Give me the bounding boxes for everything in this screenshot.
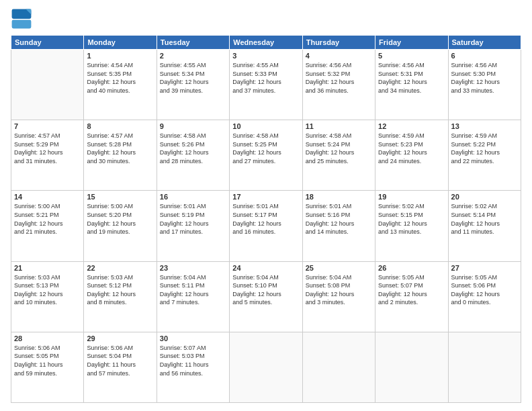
calendar-cell: 14Sunrise: 5:00 AM Sunset: 5:21 PM Dayli… bbox=[11, 191, 84, 261]
cell-content: Sunrise: 5:07 AM Sunset: 5:03 PM Dayligh… bbox=[160, 344, 226, 377]
cell-content: Sunrise: 5:01 AM Sunset: 5:17 PM Dayligh… bbox=[232, 202, 299, 236]
day-number: 24 bbox=[232, 264, 299, 272]
day-number: 27 bbox=[451, 264, 518, 272]
cell-content: Sunrise: 4:55 AM Sunset: 5:34 PM Dayligh… bbox=[160, 61, 226, 95]
logo bbox=[11, 8, 35, 30]
cell-content: Sunrise: 5:03 AM Sunset: 5:13 PM Dayligh… bbox=[14, 273, 81, 307]
day-number: 23 bbox=[160, 264, 226, 272]
day-number: 2 bbox=[160, 52, 226, 60]
day-number: 10 bbox=[232, 122, 299, 130]
day-number: 15 bbox=[87, 193, 153, 201]
day-number: 5 bbox=[378, 52, 445, 60]
cell-content: Sunrise: 4:58 AM Sunset: 5:26 PM Dayligh… bbox=[160, 132, 226, 165]
weekday-header: SundayMondayTuesdayWednesdayThursdayFrid… bbox=[11, 36, 521, 50]
calendar-cell: 28Sunrise: 5:06 AM Sunset: 5:05 PM Dayli… bbox=[11, 332, 84, 402]
calendar-cell bbox=[11, 50, 84, 120]
day-number: 17 bbox=[232, 193, 299, 201]
calendar-cell: 5Sunrise: 4:56 AM Sunset: 5:31 PM Daylig… bbox=[375, 50, 448, 120]
week-row-3: 21Sunrise: 5:03 AM Sunset: 5:13 PM Dayli… bbox=[11, 261, 521, 332]
calendar-cell: 7Sunrise: 4:57 AM Sunset: 5:29 PM Daylig… bbox=[11, 120, 84, 191]
day-number: 6 bbox=[451, 52, 518, 60]
cell-content: Sunrise: 4:55 AM Sunset: 5:33 PM Dayligh… bbox=[232, 61, 299, 95]
cell-content: Sunrise: 4:58 AM Sunset: 5:25 PM Dayligh… bbox=[232, 132, 299, 165]
cell-content: Sunrise: 4:57 AM Sunset: 5:28 PM Dayligh… bbox=[87, 132, 153, 165]
day-number: 8 bbox=[87, 122, 153, 130]
calendar-cell: 30Sunrise: 5:07 AM Sunset: 5:03 PM Dayli… bbox=[157, 332, 229, 402]
day-number: 29 bbox=[87, 334, 153, 342]
day-number: 13 bbox=[451, 122, 518, 130]
day-number: 16 bbox=[160, 193, 226, 201]
weekday-thursday: Thursday bbox=[302, 36, 375, 50]
weekday-saturday: Saturday bbox=[448, 36, 521, 50]
cell-content: Sunrise: 4:59 AM Sunset: 5:22 PM Dayligh… bbox=[451, 132, 518, 165]
day-number: 19 bbox=[378, 193, 445, 201]
day-number: 12 bbox=[378, 122, 445, 130]
calendar-cell: 19Sunrise: 5:02 AM Sunset: 5:15 PM Dayli… bbox=[375, 191, 448, 261]
calendar-cell: 10Sunrise: 4:58 AM Sunset: 5:25 PM Dayli… bbox=[230, 120, 302, 191]
week-row-0: 1Sunrise: 4:54 AM Sunset: 5:35 PM Daylig… bbox=[11, 50, 521, 120]
calendar-cell: 1Sunrise: 4:54 AM Sunset: 5:35 PM Daylig… bbox=[84, 50, 157, 120]
calendar-cell: 17Sunrise: 5:01 AM Sunset: 5:17 PM Dayli… bbox=[230, 191, 302, 261]
cell-content: Sunrise: 5:06 AM Sunset: 5:05 PM Dayligh… bbox=[14, 344, 81, 377]
day-number: 1 bbox=[87, 52, 153, 60]
calendar-cell bbox=[448, 332, 521, 402]
calendar-cell: 8Sunrise: 4:57 AM Sunset: 5:28 PM Daylig… bbox=[84, 120, 157, 191]
cell-content: Sunrise: 5:06 AM Sunset: 5:04 PM Dayligh… bbox=[87, 344, 153, 377]
calendar-cell: 12Sunrise: 4:59 AM Sunset: 5:23 PM Dayli… bbox=[375, 120, 448, 191]
calendar-cell: 21Sunrise: 5:03 AM Sunset: 5:13 PM Dayli… bbox=[11, 261, 84, 332]
calendar-cell: 23Sunrise: 5:04 AM Sunset: 5:11 PM Dayli… bbox=[157, 261, 229, 332]
calendar-cell bbox=[375, 332, 448, 402]
cell-content: Sunrise: 5:02 AM Sunset: 5:15 PM Dayligh… bbox=[378, 202, 445, 236]
calendar-cell: 18Sunrise: 5:01 AM Sunset: 5:16 PM Dayli… bbox=[302, 191, 375, 261]
cell-content: Sunrise: 5:01 AM Sunset: 5:16 PM Dayligh… bbox=[306, 202, 372, 236]
page: SundayMondayTuesdayWednesdayThursdayFrid… bbox=[0, 0, 532, 411]
weekday-sunday: Sunday bbox=[11, 36, 84, 50]
day-number: 9 bbox=[160, 122, 226, 130]
calendar-table: SundayMondayTuesdayWednesdayThursdayFrid… bbox=[11, 35, 521, 403]
weekday-monday: Monday bbox=[84, 36, 157, 50]
day-number: 4 bbox=[306, 52, 372, 60]
calendar-cell bbox=[302, 332, 375, 402]
calendar-cell: 22Sunrise: 5:03 AM Sunset: 5:12 PM Dayli… bbox=[84, 261, 157, 332]
calendar-cell: 3Sunrise: 4:55 AM Sunset: 5:33 PM Daylig… bbox=[230, 50, 302, 120]
cell-content: Sunrise: 4:56 AM Sunset: 5:32 PM Dayligh… bbox=[306, 61, 372, 95]
calendar-cell: 4Sunrise: 4:56 AM Sunset: 5:32 PM Daylig… bbox=[302, 50, 375, 120]
calendar-cell: 20Sunrise: 5:02 AM Sunset: 5:14 PM Dayli… bbox=[448, 191, 521, 261]
day-number: 11 bbox=[306, 122, 372, 130]
calendar-cell: 11Sunrise: 4:58 AM Sunset: 5:24 PM Dayli… bbox=[302, 120, 375, 191]
cell-content: Sunrise: 4:56 AM Sunset: 5:31 PM Dayligh… bbox=[378, 61, 445, 95]
cell-content: Sunrise: 5:03 AM Sunset: 5:12 PM Dayligh… bbox=[87, 273, 153, 307]
week-row-4: 28Sunrise: 5:06 AM Sunset: 5:05 PM Dayli… bbox=[11, 332, 521, 402]
logo-icon bbox=[11, 8, 32, 30]
day-number: 26 bbox=[378, 264, 445, 272]
day-number: 20 bbox=[451, 193, 518, 201]
calendar-cell: 29Sunrise: 5:06 AM Sunset: 5:04 PM Dayli… bbox=[84, 332, 157, 402]
day-number: 7 bbox=[14, 122, 81, 130]
calendar-cell: 25Sunrise: 5:04 AM Sunset: 5:08 PM Dayli… bbox=[302, 261, 375, 332]
day-number: 28 bbox=[14, 334, 81, 342]
day-number: 25 bbox=[306, 264, 372, 272]
cell-content: Sunrise: 5:04 AM Sunset: 5:10 PM Dayligh… bbox=[232, 273, 299, 307]
day-number: 22 bbox=[87, 264, 153, 272]
weekday-wednesday: Wednesday bbox=[230, 36, 302, 50]
cell-content: Sunrise: 5:04 AM Sunset: 5:11 PM Dayligh… bbox=[160, 273, 226, 307]
cell-content: Sunrise: 4:57 AM Sunset: 5:29 PM Dayligh… bbox=[14, 132, 81, 165]
calendar-body: 1Sunrise: 4:54 AM Sunset: 5:35 PM Daylig… bbox=[11, 50, 521, 403]
cell-content: Sunrise: 5:04 AM Sunset: 5:08 PM Dayligh… bbox=[306, 273, 372, 307]
cell-content: Sunrise: 5:01 AM Sunset: 5:19 PM Dayligh… bbox=[160, 202, 226, 236]
cell-content: Sunrise: 5:05 AM Sunset: 5:07 PM Dayligh… bbox=[378, 273, 445, 307]
calendar-cell: 16Sunrise: 5:01 AM Sunset: 5:19 PM Dayli… bbox=[157, 191, 229, 261]
calendar-cell bbox=[230, 332, 302, 402]
header bbox=[11, 8, 521, 30]
cell-content: Sunrise: 4:56 AM Sunset: 5:30 PM Dayligh… bbox=[451, 61, 518, 95]
weekday-friday: Friday bbox=[375, 36, 448, 50]
day-number: 21 bbox=[14, 264, 81, 272]
svg-rect-1 bbox=[12, 20, 32, 29]
cell-content: Sunrise: 4:59 AM Sunset: 5:23 PM Dayligh… bbox=[378, 132, 445, 165]
cell-content: Sunrise: 5:02 AM Sunset: 5:14 PM Dayligh… bbox=[451, 202, 518, 236]
day-number: 30 bbox=[160, 334, 226, 342]
calendar-cell: 24Sunrise: 5:04 AM Sunset: 5:10 PM Dayli… bbox=[230, 261, 302, 332]
day-number: 18 bbox=[306, 193, 372, 201]
calendar-cell: 15Sunrise: 5:00 AM Sunset: 5:20 PM Dayli… bbox=[84, 191, 157, 261]
week-row-1: 7Sunrise: 4:57 AM Sunset: 5:29 PM Daylig… bbox=[11, 120, 521, 191]
